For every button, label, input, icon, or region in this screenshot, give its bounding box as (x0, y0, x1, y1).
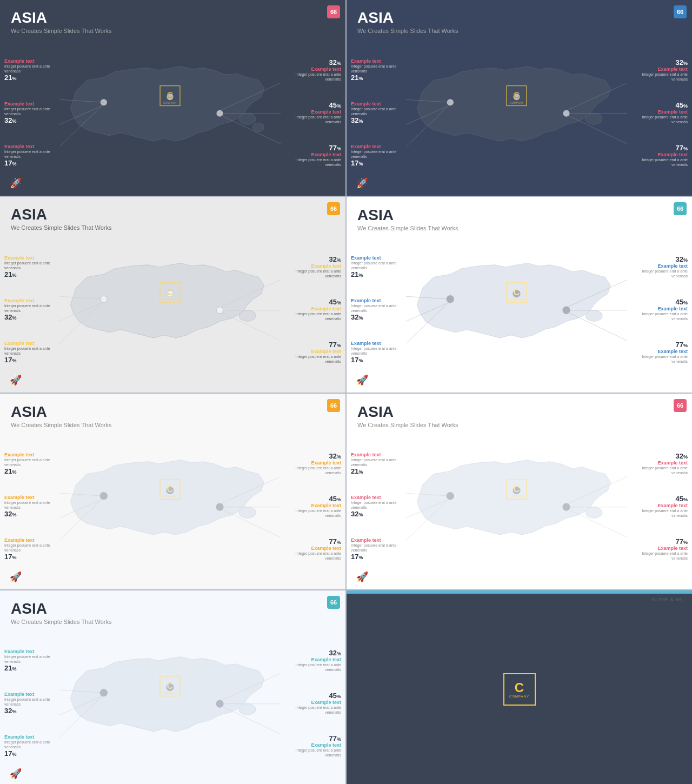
slide2-right-item-3: 77% Example text Integer posuere erat a … (628, 144, 688, 167)
svg-text:C: C (514, 90, 520, 100)
svg-text:C: C (167, 681, 174, 690)
slide1-left-item-2: Example text Integer posuere erat a ante… (4, 101, 61, 124)
slide-3-title: ASIA (11, 207, 335, 223)
slide7-right-item-3: 77% Example text Integer posuere erat a … (282, 734, 341, 758)
slide4-right-item-2: 45% Example text Integer posuere erat a … (628, 298, 688, 321)
slide6-left-item-1: Example text Integer posuere erat a ante… (351, 452, 408, 475)
slide5-right-item-2: 45% Example text Integer posuere erat a … (282, 495, 341, 518)
slide1-left-item-1: Example text Integer posuere erat a ante… (4, 58, 61, 82)
slide-2: 66 ASIA We Creates Simple Slides That Wo… (347, 0, 692, 196)
slide1-map: C COMPANY (59, 41, 281, 175)
svg-point-30 (216, 307, 223, 314)
cover-logo-tagline: COMPANY (509, 695, 529, 698)
svg-point-0 (239, 114, 256, 124)
slide-7: 66 ASIA We Creates Simple Slides That Wo… (0, 590, 345, 784)
slide-5-title: ASIA (11, 403, 335, 421)
slide5-left-item-1: Example text Integer posuere erat a ante… (4, 452, 61, 475)
badge-6: 66 (674, 399, 687, 412)
slide5-map: C COMPANY (59, 434, 281, 569)
slide2-rocket: 🚀 (356, 177, 368, 189)
badge-1: 66 (327, 5, 340, 18)
slide-1: 66 ASIA We Creates Simple Slides That Wo… (0, 0, 345, 196)
slide2-left-item-3: Example text Integer posuere erat a ante… (351, 144, 408, 167)
slide5-left-item-3: Example text Integer posuere erat a ante… (4, 537, 61, 561)
slide1-rocket: 🚀 (10, 177, 22, 189)
badge-7: 66 (327, 596, 340, 609)
slide-7-title: ASIA (11, 600, 335, 617)
cover-slide-label: SLIDE & 66 (651, 597, 682, 602)
svg-point-43 (562, 307, 570, 314)
svg-text:C: C (167, 90, 174, 100)
slide2-right-item-2: 45% Example text Integer posuere erat a … (628, 101, 688, 124)
svg-text:COMPANY: COMPANY (510, 101, 524, 104)
svg-point-14 (585, 114, 602, 124)
slide6-rocket: 🚀 (356, 571, 368, 583)
svg-point-66 (585, 507, 602, 518)
slide5-right-item-1: 32% Example text Integer posuere erat a … (282, 452, 341, 475)
slide2-right-item-1: 32% Example text Integer posuere erat a … (628, 58, 688, 82)
slide4-left-item-2: Example text Integer posuere erat a ante… (351, 298, 408, 321)
slide-1-subtitle: We Creates Simple Slides That Works (11, 28, 335, 34)
slide7-map: C COMPANY (59, 631, 281, 766)
slide6-right-item-2: 45% Example text Integer posuere erat a … (628, 495, 688, 518)
slide4-left-item-3: Example text Integer posuere erat a ante… (351, 341, 408, 364)
slide-7-subtitle: We Creates Simple Slides That Works (11, 619, 335, 625)
slide7-rocket: 🚀 (10, 768, 22, 780)
slide7-left-item-3: Example text Integer posuere erat a ante… (4, 734, 61, 758)
slide-5-subtitle: We Creates Simple Slides That Works (11, 422, 335, 428)
slide2-left-item-2: Example text Integer posuere erat a ante… (351, 101, 408, 124)
svg-point-79 (239, 704, 256, 715)
slide3-rocket: 🚀 (10, 374, 22, 386)
slide1-right-item-2: 45% Example text Integer posuere erat a … (282, 101, 341, 124)
svg-point-40 (585, 310, 602, 321)
slide3-left-item-2: Example text Integer posuere erat a ante… (4, 298, 61, 321)
slide6-right-item-3: 77% Example text Integer posuere erat a … (628, 537, 688, 561)
slide1-right-item-1: 32% Example text Integer posuere erat a … (282, 58, 341, 82)
badge-5: 66 (327, 399, 340, 412)
svg-point-1 (253, 123, 264, 131)
slide3-right-item-1: 32% Example text Integer posuere erat a … (282, 255, 341, 278)
badge-4: 66 (674, 202, 687, 215)
slide2-map: C COMPANY (406, 41, 627, 175)
svg-point-27 (239, 310, 256, 321)
slide-6: 66 ASIA We Creates Simple Slides That Wo… (347, 394, 692, 589)
slide7-right-item-1: 32% Example text Integer posuere erat a … (282, 649, 341, 672)
slide-2-title: ASIA (357, 10, 681, 26)
badge-2: 66 (674, 5, 687, 18)
slide7-right-item-2: 45% Example text Integer posuere erat a … (282, 692, 341, 715)
slide-1-title: ASIA (11, 10, 335, 26)
slide3-right-item-2: 45% Example text Integer posuere erat a … (282, 298, 341, 321)
svg-point-69 (562, 503, 570, 511)
slide1-left-item-3: Example text Integer posuere erat a ante… (4, 144, 61, 167)
svg-point-82 (216, 700, 223, 708)
slide-4-subtitle: We Creates Simple Slides That Works (357, 225, 681, 231)
slide-3: 66 ASIA We Creates Simple Slides That Wo… (0, 197, 345, 393)
svg-text:COMPANY: COMPANY (163, 692, 177, 695)
cover-logo-container: C COMPANY (503, 673, 536, 706)
slide-6-title: ASIA (357, 403, 681, 421)
slide3-left-item-3: Example text Integer posuere erat a ante… (4, 341, 61, 364)
svg-text:C: C (514, 287, 520, 297)
cover-logo: C COMPANY (503, 673, 536, 706)
slide-4: 66 ASIA We Creates Simple Slides That Wo… (347, 197, 692, 393)
svg-text:C: C (167, 484, 174, 494)
slide-2-subtitle: We Creates Simple Slides That Works (357, 28, 681, 34)
slide3-map: C COMPANY (59, 237, 281, 372)
cover-top-stripe (347, 590, 692, 594)
slide5-left-item-2: Example text Integer posuere erat a ante… (4, 495, 61, 518)
svg-text:COMPANY: COMPANY (163, 101, 177, 104)
slide-5: 66 ASIA We Creates Simple Slides That Wo… (0, 394, 345, 589)
slide6-map: C COMPANY (406, 434, 627, 569)
slide-grid: 66 ASIA We Creates Simple Slides That Wo… (0, 0, 692, 784)
slide6-right-item-1: 32% Example text Integer posuere erat a … (628, 452, 688, 475)
svg-text:C: C (514, 484, 520, 494)
slide4-right-item-3: 77% Example text Integer posuere erat a … (628, 341, 688, 364)
svg-point-53 (239, 507, 256, 518)
svg-text:COMPANY: COMPANY (510, 298, 524, 301)
slide6-left-item-2: Example text Integer posuere erat a ante… (351, 495, 408, 518)
cover-logo-letter: C (515, 681, 524, 694)
svg-text:COMPANY: COMPANY (163, 298, 177, 301)
slide7-left-item-1: Example text Integer posuere erat a ante… (4, 649, 61, 672)
slide-8-cover: SLIDE & 66 C COMPANY (347, 590, 692, 784)
slide2-left-item-1: Example text Integer posuere erat a ante… (351, 58, 408, 82)
